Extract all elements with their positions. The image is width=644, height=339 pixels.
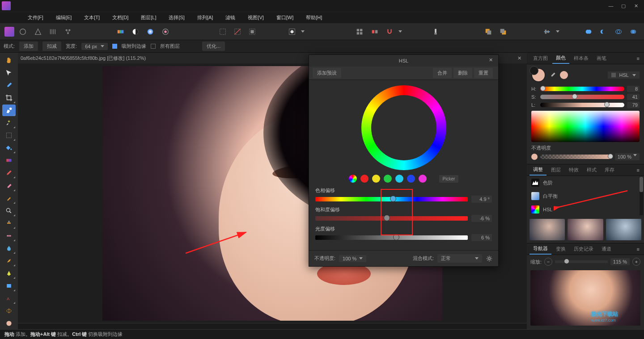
reset-button[interactable]: 重置 [474,68,493,78]
move-tool[interactable] [2,67,16,79]
soft-proof-icon[interactable] [159,25,171,38]
tab-颜色[interactable]: 颜色 [552,53,569,64]
saturation-shift-value[interactable]: -6 % [471,215,492,222]
color-map[interactable] [531,111,640,142]
dialog-titlebar[interactable]: HSL ✕ [309,55,498,67]
menu-文档[interactable]: 文档[D] [106,13,135,23]
home-icon[interactable] [4,27,14,37]
delete-button[interactable]: 删除 [453,68,472,78]
tab-样本条[interactable]: 样本条 [570,53,592,63]
blend-mode-dropdown[interactable]: 正常 [437,254,482,263]
hue-shift-slider[interactable] [315,197,468,201]
chip-magenta[interactable] [419,175,427,183]
chip-all[interactable] [349,175,357,183]
marquee-tool[interactable] [2,130,16,141]
clone-tool[interactable] [2,218,16,229]
saturation-slider[interactable]: S: 41 [531,94,640,100]
maximize-button[interactable]: ▢ [617,1,630,10]
menu-排列[interactable]: 排列[A] [191,13,219,23]
adjustment-levels[interactable]: 色阶 [527,176,644,189]
chip-red[interactable] [360,175,369,183]
tab-调整[interactable]: 调整 [530,164,547,176]
paint-brush-tool[interactable] [2,167,16,179]
width-dropdown[interactable]: 64 px [81,43,108,50]
flashlight-icon[interactable] [429,25,441,38]
mode-add-button[interactable]: 添加 [19,42,38,51]
all-layers-checkbox[interactable] [151,44,156,49]
menu-滤镜[interactable]: 滤镜 [219,13,242,23]
add-preset-button[interactable]: 添加预设 [313,68,341,78]
zoom-out-button[interactable]: − [544,258,552,266]
flood-fill-tool[interactable] [2,142,16,154]
mode-sub-button[interactable]: 扣减 [42,42,61,51]
hand-tool[interactable] [2,54,16,66]
arrange-back-icon[interactable] [497,25,509,38]
pen-tool[interactable] [2,268,16,279]
zoom-value[interactable]: 115 % [610,258,630,265]
color-mode-dropdown[interactable]: HSL [608,71,640,79]
chip-blue[interactable] [407,175,415,183]
menu-编辑[interactable]: 编辑[E] [50,13,78,23]
invert-select-icon[interactable] [246,25,258,38]
marquee-select-icon[interactable] [216,25,229,38]
boolean-add-icon[interactable] [582,25,594,38]
tab-库存[interactable]: 库存 [601,165,618,175]
foreground-swatch[interactable] [531,68,546,82]
lightness-slider[interactable]: L: 79 [531,102,640,108]
menu-选择[interactable]: 选择[S] [162,13,191,23]
arrange-front-icon[interactable] [482,25,494,38]
chip-green[interactable] [384,175,392,183]
menu-视图[interactable]: 视图[V] [242,13,270,23]
color-format-icon[interactable] [114,25,127,38]
crop-tool[interactable] [2,92,16,104]
tab-特效[interactable]: 特效 [565,165,582,175]
mixer-brush-tool[interactable] [2,193,16,204]
hue-shift-value[interactable]: 4.9 ° [471,196,492,203]
tab-通道[interactable]: 通道 [598,244,615,254]
minimize-button[interactable]: — [605,1,617,10]
erase-tool[interactable] [2,180,16,191]
zoom-slider[interactable] [555,260,608,263]
menu-文件[interactable]: 文件[F] [21,13,50,23]
preset-thumb[interactable] [530,219,565,240]
opacity-value[interactable]: 100 % [615,153,640,160]
opacity-dropdown[interactable]: 100 % [339,255,366,262]
boolean-intersect-icon[interactable] [612,25,624,38]
horizontal-scrollbar[interactable] [18,323,527,329]
adj-scrollbar[interactable] [640,177,643,215]
panel-menu-icon[interactable]: ≡ [635,247,641,252]
saturation-shift-slider[interactable] [315,216,468,221]
tab-图层[interactable]: 图层 [547,165,564,175]
chip-cyan[interactable] [395,175,403,183]
menu-文本[interactable]: 文本[T] [78,13,106,23]
healing-tool[interactable] [2,230,16,242]
preset-thumb[interactable] [606,219,641,240]
color-picker-tool[interactable] [2,80,16,91]
snap-checkbox[interactable] [112,44,117,49]
merge-button[interactable]: 合并 [433,68,452,78]
dropdown-icon[interactable] [301,30,305,33]
close-window-button[interactable]: ✕ [630,1,642,10]
tab-变换[interactable]: 变换 [552,244,569,254]
persona-develop-icon[interactable] [32,25,44,38]
tab-导航器[interactable]: 导航器 [530,243,551,255]
optimize-button[interactable]: 优化... [202,42,225,51]
selection-brush-tool[interactable] [2,105,16,116]
tab-样式[interactable]: 样式 [583,165,600,175]
tab-close-button[interactable]: ✕ [515,55,524,61]
menu-帮助[interactable]: 帮助[H] [300,13,328,23]
eyedropper-icon[interactable] [549,71,556,79]
panel-menu-icon[interactable]: ≡ [635,56,641,61]
persona-liquify-icon[interactable] [17,25,29,38]
document-tab[interactable]: 0af6eb24c5182e7f405855fc5fcf80b.jpg [已修改… [21,55,146,62]
dodge-tool[interactable] [2,205,16,217]
color-wheel-icon[interactable] [144,25,157,38]
align-icon[interactable] [541,25,553,38]
grid-2-icon[interactable] [369,25,381,38]
deselect-icon[interactable] [231,25,243,38]
snap-icon[interactable] [384,25,396,38]
lightness-shift-slider[interactable] [315,235,468,240]
swatch-tool[interactable] [2,318,16,329]
recent-swatch[interactable] [560,71,568,79]
boolean-sub-icon[interactable] [597,25,610,38]
